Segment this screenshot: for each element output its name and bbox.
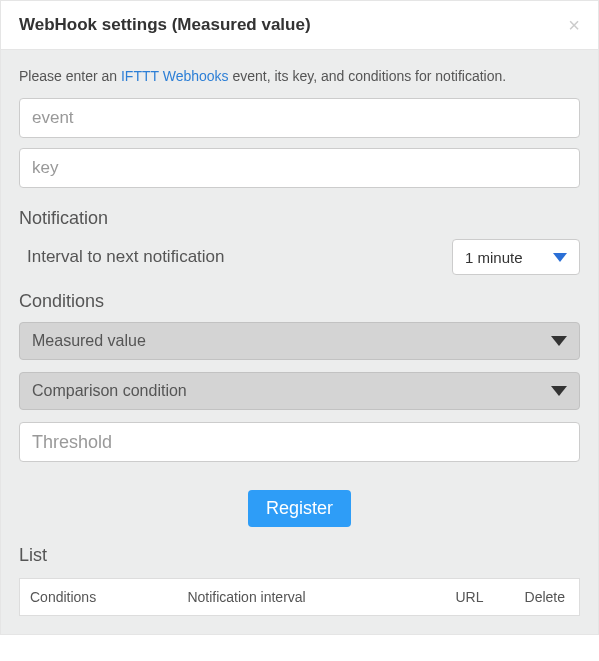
col-url: URL bbox=[430, 579, 510, 616]
interval-select[interactable]: 1 minute bbox=[452, 239, 580, 275]
close-icon[interactable]: × bbox=[568, 15, 580, 35]
event-input[interactable] bbox=[19, 98, 580, 138]
register-button[interactable]: Register bbox=[248, 490, 351, 527]
table-header-row: Conditions Notification interval URL Del… bbox=[20, 579, 580, 616]
notification-section-label: Notification bbox=[19, 208, 580, 229]
ifttt-webhooks-link[interactable]: IFTTT Webhooks bbox=[121, 68, 229, 84]
measured-value-label: Measured value bbox=[32, 332, 146, 350]
modal-header: WebHook settings (Measured value) × bbox=[1, 1, 598, 50]
interval-value: 1 minute bbox=[465, 249, 523, 266]
comparison-condition-select[interactable]: Comparison condition bbox=[19, 372, 580, 410]
conditions-section-label: Conditions bbox=[19, 291, 580, 312]
comparison-condition-label: Comparison condition bbox=[32, 382, 187, 400]
list-section: List Conditions Notification interval UR… bbox=[19, 545, 580, 616]
chevron-down-icon bbox=[551, 386, 567, 396]
intro-prefix: Please enter an bbox=[19, 68, 121, 84]
chevron-down-icon bbox=[551, 336, 567, 346]
key-input[interactable] bbox=[19, 148, 580, 188]
measured-value-select[interactable]: Measured value bbox=[19, 322, 580, 360]
list-table: Conditions Notification interval URL Del… bbox=[19, 578, 580, 616]
interval-label: Interval to next notification bbox=[27, 247, 225, 267]
webhook-settings-modal: WebHook settings (Measured value) × Plea… bbox=[0, 0, 599, 635]
modal-body: Please enter an IFTTT Webhooks event, it… bbox=[1, 50, 598, 634]
modal-title: WebHook settings (Measured value) bbox=[19, 15, 311, 35]
chevron-down-icon bbox=[553, 253, 567, 262]
intro-suffix: event, its key, and conditions for notif… bbox=[229, 68, 507, 84]
col-delete: Delete bbox=[510, 579, 580, 616]
threshold-input[interactable] bbox=[19, 422, 580, 462]
register-row: Register bbox=[19, 490, 580, 527]
col-conditions: Conditions bbox=[20, 579, 178, 616]
interval-row: Interval to next notification 1 minute bbox=[19, 239, 580, 275]
intro-text: Please enter an IFTTT Webhooks event, it… bbox=[19, 68, 580, 84]
list-section-label: List bbox=[19, 545, 580, 566]
col-interval: Notification interval bbox=[177, 579, 429, 616]
